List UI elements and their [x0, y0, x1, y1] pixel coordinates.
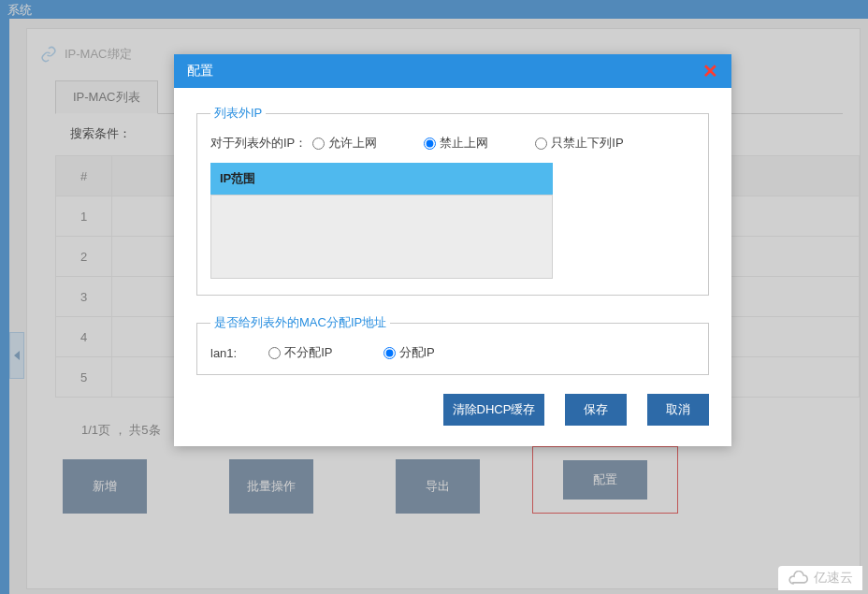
- lan-row: lan1: 不分配IP 分配IP: [210, 344, 695, 361]
- radio-allow[interactable]: 允许上网: [312, 135, 377, 152]
- external-ip-radio-row: 对于列表外的IP： 允许上网 禁止上网 只禁止下列IP: [210, 135, 695, 152]
- modal-title: 配置: [187, 63, 213, 80]
- fieldset-external-ip: 列表外IP 对于列表外的IP： 允许上网 禁止上网 只禁止下列IP IP范围: [196, 105, 709, 296]
- radio-no-assign-input[interactable]: [268, 347, 281, 359]
- ip-range-input[interactable]: [210, 195, 553, 279]
- radio-assign[interactable]: 分配IP: [383, 344, 435, 361]
- close-icon[interactable]: ✕: [702, 62, 718, 80]
- radio-assign-input[interactable]: [383, 347, 396, 359]
- modal-button-row: 清除DHCP缓存 保存 取消: [196, 394, 709, 426]
- radio-only-below-input[interactable]: [535, 138, 547, 150]
- radio-only-below[interactable]: 只禁止下列IP: [535, 135, 623, 152]
- radio-block[interactable]: 禁止上网: [424, 135, 488, 152]
- legend-external-ip: 列表外IP: [210, 105, 266, 122]
- radio-allow-input[interactable]: [312, 138, 325, 150]
- config-modal: 配置 ✕ 列表外IP 对于列表外的IP： 允许上网 禁止上网 只禁止下列IP I…: [174, 54, 731, 446]
- modal-header: 配置 ✕: [174, 54, 731, 88]
- save-button[interactable]: 保存: [565, 394, 627, 426]
- watermark-text: 亿速云: [814, 570, 853, 587]
- ip-range-header: IP范围: [210, 163, 553, 195]
- legend-mac-dhcp: 是否给列表外的MAC分配IP地址: [210, 314, 390, 331]
- lan-label: lan1:: [210, 346, 237, 360]
- clear-dhcp-button[interactable]: 清除DHCP缓存: [443, 394, 544, 426]
- fieldset-mac-dhcp: 是否给列表外的MAC分配IP地址 lan1: 不分配IP 分配IP: [196, 314, 709, 375]
- modal-body: 列表外IP 对于列表外的IP： 允许上网 禁止上网 只禁止下列IP IP范围 是…: [174, 88, 731, 446]
- watermark: 亿速云: [778, 566, 862, 590]
- prompt-label: 对于列表外的IP：: [210, 135, 307, 152]
- radio-block-input[interactable]: [424, 138, 436, 150]
- cloud-icon: [788, 571, 810, 586]
- cancel-button[interactable]: 取消: [647, 394, 709, 426]
- radio-no-assign[interactable]: 不分配IP: [268, 344, 332, 361]
